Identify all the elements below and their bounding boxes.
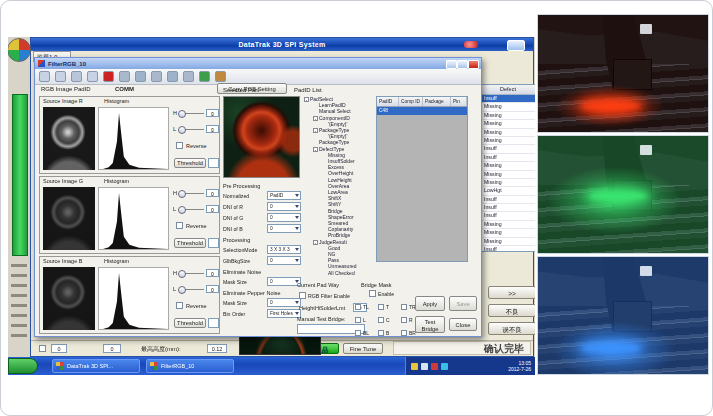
palette-icon[interactable] [199, 71, 210, 82]
defect-row[interactable]: Insuff [481, 246, 535, 252]
status-field-2[interactable]: 0 [103, 344, 121, 353]
open-icon[interactable] [55, 71, 66, 82]
close-button[interactable]: Close [449, 318, 477, 331]
tree-expander-icon[interactable]: - [313, 116, 318, 121]
defect-row[interactable]: Missing [481, 129, 535, 137]
test-bridge-button[interactable]: Test Bridge [415, 316, 445, 333]
measure-icon[interactable] [183, 71, 194, 82]
defect-row[interactable]: Missing [481, 103, 535, 111]
setting-dropdown[interactable]: 0 [267, 202, 301, 211]
zoom-icon[interactable] [119, 71, 130, 82]
threshold-value-box[interactable] [208, 238, 219, 248]
maximize-button[interactable] [507, 40, 525, 51]
apply-button[interactable]: Apply [415, 296, 445, 311]
defect-row[interactable]: Missing [481, 112, 535, 120]
help-icon[interactable] [215, 71, 226, 82]
false-ng-button[interactable]: 误不良 [488, 322, 535, 335]
l-slider-thumb[interactable] [178, 206, 186, 214]
new-icon[interactable] [39, 71, 50, 82]
save-icon[interactable] [71, 71, 82, 82]
reverse-checkbox[interactable] [176, 222, 183, 229]
bridge-cell-checkbox[interactable] [378, 317, 384, 323]
h-slider-thumb[interactable] [178, 190, 186, 198]
tree-expander-icon[interactable] [313, 141, 318, 146]
defect-row[interactable]: Missing [481, 179, 535, 187]
taskbar-item-2[interactable]: FilterRGB_10 [146, 359, 234, 373]
column-header[interactable]: PadID [377, 97, 399, 106]
bridge-cell-checkbox[interactable] [378, 330, 384, 336]
defect-row[interactable]: Insuff [481, 95, 535, 103]
l-value-box[interactable]: 0 [206, 285, 219, 293]
bridge-cell-checkbox[interactable] [401, 304, 407, 310]
tree-expander-icon[interactable] [322, 203, 327, 208]
print-icon[interactable] [87, 71, 98, 82]
h-value-box[interactable]: 0 [206, 189, 219, 197]
defect-row[interactable]: Missing [481, 221, 535, 229]
setting-dropdown[interactable]: First Holes [267, 309, 301, 318]
tree-expander-icon[interactable]: - [313, 147, 318, 152]
bridge-cell-checkbox[interactable] [401, 330, 407, 336]
defect-row[interactable]: Missing [481, 120, 535, 128]
column-header[interactable]: Comp ID [399, 97, 423, 106]
setting-dropdown[interactable]: 0 [267, 224, 301, 233]
tree-expander-icon[interactable] [322, 172, 327, 177]
tree-item[interactable]: All Checked [303, 270, 373, 276]
h-slider-thumb[interactable] [178, 270, 186, 278]
threshold-button[interactable]: Threshold [174, 158, 206, 168]
h-slider-thumb[interactable] [178, 110, 186, 118]
bridge-cell-checkbox[interactable] [355, 304, 361, 310]
save-button[interactable]: Save [449, 296, 477, 311]
column-header[interactable]: Pin [451, 97, 467, 106]
taskbar-item-1[interactable]: DataTrak 3D SPI... [52, 359, 140, 373]
tree-expander-icon[interactable] [322, 265, 327, 270]
bridge-enable-checkbox[interactable] [369, 290, 376, 297]
ng-button[interactable]: 不良 [488, 304, 535, 317]
volume-icon[interactable] [421, 363, 428, 370]
setting-dropdown[interactable]: 0 [267, 277, 301, 286]
reverse-checkbox[interactable] [176, 302, 183, 309]
network-icon[interactable] [441, 363, 448, 370]
defect-row[interactable]: Insuff [481, 196, 535, 204]
rgb-filter-checkbox[interactable] [299, 292, 306, 299]
defect-row[interactable]: LowHgt [481, 187, 535, 195]
setting-dropdown[interactable]: 0 [267, 298, 301, 307]
bridge-cell-checkbox[interactable] [355, 330, 361, 336]
threshold-button[interactable]: Threshold [174, 238, 206, 248]
l-value-box[interactable]: 0 [206, 125, 219, 133]
l-slider-thumb[interactable] [178, 126, 186, 134]
defect-row[interactable]: Missing [481, 171, 535, 179]
bridge-cell-checkbox[interactable] [401, 317, 407, 323]
setting-dropdown[interactable]: 0 [267, 256, 301, 265]
l-slider-thumb[interactable] [178, 286, 186, 294]
reverse-checkbox[interactable] [176, 142, 183, 149]
tree-expander-icon[interactable] [322, 271, 327, 276]
selected-pad-row[interactable]: C48 [377, 107, 467, 115]
defect-row[interactable]: Insuff [481, 204, 535, 212]
fine-tune-button[interactable]: Fine Tune [343, 343, 383, 354]
column-header[interactable]: Package [423, 97, 451, 106]
tree-expander-icon[interactable]: - [304, 97, 309, 102]
defect-row[interactable]: Missing [481, 162, 535, 170]
restore-button[interactable] [457, 60, 468, 69]
threshold-value-box[interactable] [208, 318, 219, 328]
defect-row[interactable]: Insuff [481, 145, 535, 153]
language-icon[interactable] [411, 363, 418, 370]
layers-icon[interactable] [167, 71, 178, 82]
h-value-box[interactable]: 0 [206, 269, 219, 277]
setting-dropdown[interactable]: PadID [267, 191, 301, 200]
threshold-value-box[interactable] [208, 158, 219, 168]
forward-button[interactable]: >> [488, 286, 535, 299]
taskbar-clock[interactable]: 13:05 2012-7-26 [508, 360, 531, 372]
start-button[interactable] [8, 358, 38, 374]
defect-row[interactable]: Missing [481, 238, 535, 246]
bridge-cell-checkbox[interactable] [355, 317, 361, 323]
tree-expander-icon[interactable]: - [313, 240, 318, 245]
close-icon[interactable] [468, 60, 479, 69]
grid-icon[interactable] [135, 71, 146, 82]
tree-expander-icon[interactable]: - [313, 128, 318, 133]
status-checkbox[interactable] [39, 345, 46, 352]
threshold-button[interactable]: Threshold [174, 318, 206, 328]
defect-row[interactable]: Insuff [481, 154, 535, 162]
camera-icon[interactable] [151, 71, 162, 82]
h-value-box[interactable]: 0 [206, 109, 219, 117]
